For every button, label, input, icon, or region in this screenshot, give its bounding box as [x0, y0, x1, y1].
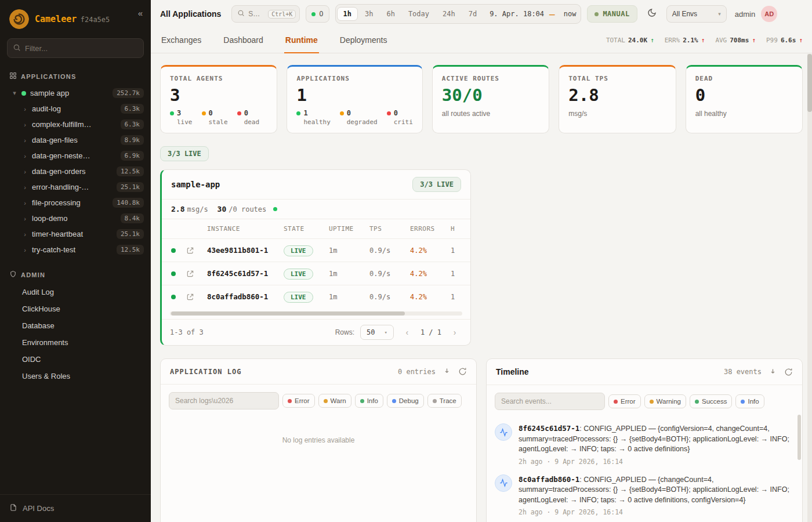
- tab-runtime[interactable]: Runtime: [284, 28, 319, 53]
- dark-mode-toggle[interactable]: [643, 5, 661, 23]
- sidebar-item-users-roles[interactable]: Users & Roles: [0, 368, 151, 385]
- refresh-icon[interactable]: [458, 367, 467, 376]
- col-extra: H: [451, 225, 471, 233]
- sidebar-item-try-catch-test[interactable]: › try-catch-test 12.5k: [0, 242, 151, 258]
- chevron-right-icon[interactable]: ›: [22, 200, 28, 206]
- app-tree-label: sample app: [30, 89, 69, 97]
- manual-refresh-toggle[interactable]: MANUAL: [587, 5, 637, 23]
- sidebar-item-data-gen-orders[interactable]: › data-gen-orders 12.5k: [0, 164, 151, 179]
- timeline-filter-error[interactable]: Error: [608, 394, 641, 408]
- timeline-scrollbar-thumb[interactable]: [798, 415, 801, 460]
- date-range-from[interactable]: 9. Apr. 18:04: [484, 10, 546, 18]
- list-item[interactable]: 8f6245c61d57-1: CONFIG_APPLIED — {config…: [495, 423, 792, 466]
- time-range-3h[interactable]: 3h: [358, 7, 379, 21]
- sidebar-item-complex-fulfillment[interactable]: › complex-fulfillm… 6.3k: [0, 117, 151, 132]
- app-tps-unit: msg/s: [187, 205, 208, 213]
- time-range-7d[interactable]: 7d: [462, 7, 483, 21]
- download-icon[interactable]: [768, 368, 777, 376]
- route-label: file-processing: [32, 198, 81, 207]
- chevron-right-icon[interactable]: ›: [22, 184, 28, 191]
- sidebar-collapse-icon[interactable]: «: [138, 8, 143, 18]
- instance-health-dot: [171, 295, 176, 299]
- table-row[interactable]: 43ee9811b801-1 LIVE 1m 0.9/s 4.2% 1: [162, 238, 470, 262]
- table-row[interactable]: 8c0affadb860-1 LIVE 1m 0.9/s 4.2% 1: [162, 285, 470, 308]
- chevron-right-icon[interactable]: ›: [22, 215, 28, 222]
- sidebar-item-audit-log-admin[interactable]: Audit Log: [0, 284, 151, 300]
- timeline-filter-success[interactable]: Success: [690, 394, 732, 408]
- prev-page-button[interactable]: ‹: [400, 325, 415, 340]
- table-horizontal-scrollbar[interactable]: [170, 311, 462, 316]
- timeline-filter-warning[interactable]: Warning: [644, 394, 686, 408]
- log-filter-warn[interactable]: Warn: [318, 394, 351, 408]
- date-range-to[interactable]: now: [558, 10, 579, 18]
- log-filter-info[interactable]: Info: [355, 394, 383, 408]
- route-count-badge: 8.4k: [121, 213, 144, 223]
- rows-per-page-select[interactable]: 50 ▾: [360, 325, 394, 340]
- tab-dashboard[interactable]: Dashboard: [222, 28, 264, 53]
- scrollbar-thumb[interactable]: [171, 311, 405, 316]
- time-range-6h[interactable]: 6h: [380, 7, 401, 21]
- stat-card-subtitle: msg/s: [568, 110, 666, 118]
- chevron-right-icon[interactable]: ›: [22, 246, 28, 253]
- sidebar-item-audit-log[interactable]: › audit-log 6.3k: [0, 101, 151, 117]
- col-instance: INSTANCE: [207, 225, 284, 233]
- environment-select[interactable]: All Envs ▾: [666, 5, 727, 23]
- metric-value: 24.0K: [628, 37, 647, 44]
- route-count-badge: 140.8k: [113, 198, 144, 208]
- global-search-input[interactable]: S… Ctrl+K: [231, 5, 300, 23]
- sidebar-item-clickhouse[interactable]: ClickHouse: [0, 300, 151, 317]
- external-link-icon[interactable]: [186, 270, 207, 278]
- next-page-button[interactable]: ›: [447, 325, 462, 340]
- sidebar-filter-input[interactable]: [7, 38, 144, 58]
- time-range-24h[interactable]: 24h: [436, 7, 462, 21]
- log-search-input[interactable]: [169, 392, 279, 409]
- connection-status-pill[interactable]: O: [306, 5, 329, 23]
- api-docs-link[interactable]: API Docs: [0, 494, 151, 522]
- timeline-filter-info[interactable]: Info: [735, 394, 764, 408]
- sidebar-item-data-gen-files[interactable]: › data-gen-files 8.9k: [0, 132, 151, 148]
- breakdown-degraded: 0degraded: [340, 109, 378, 126]
- activity-icon: [495, 474, 512, 492]
- chevron-right-icon[interactable]: ›: [22, 168, 28, 175]
- chip-label: Error: [621, 398, 636, 405]
- external-link-icon[interactable]: [186, 246, 207, 255]
- chevron-right-icon[interactable]: ›: [22, 231, 28, 238]
- log-filter-trace[interactable]: Trace: [427, 394, 462, 408]
- log-filter-debug[interactable]: Debug: [387, 394, 424, 408]
- timeline-search-input[interactable]: [495, 393, 605, 410]
- stat-card-total-agents: TOTAL AGENTS 3 3live 0stale 0dead: [160, 65, 277, 133]
- time-range-today[interactable]: Today: [402, 7, 436, 21]
- log-filter-error[interactable]: Error: [282, 394, 315, 408]
- environment-select-value: All Envs: [672, 10, 697, 18]
- sidebar-item-loop-demo[interactable]: › loop-demo 8.4k: [0, 211, 151, 226]
- page-scrollbar[interactable]: [807, 54, 812, 522]
- tab-exchanges[interactable]: Exchanges: [160, 28, 202, 53]
- sidebar-item-environments[interactable]: Environments: [0, 334, 151, 351]
- sidebar-item-timer-heartbeat[interactable]: › timer-heartbeat 25.1k: [0, 226, 151, 242]
- table-row[interactable]: 8f6245c61d57-1 LIVE 1m 0.9/s 4.2% 1: [162, 262, 470, 285]
- external-link-icon[interactable]: [186, 293, 207, 301]
- breakdown-dead: 0dead: [237, 109, 260, 126]
- tab-deployments[interactable]: Deployments: [339, 28, 389, 53]
- avatar[interactable]: AD: [761, 6, 777, 22]
- sidebar-item-database[interactable]: Database: [0, 317, 151, 334]
- row-range-label: 1-3 of 3: [170, 328, 204, 336]
- chevron-right-icon[interactable]: ›: [22, 106, 28, 113]
- download-icon[interactable]: [443, 367, 451, 376]
- sidebar-item-file-processing[interactable]: › file-processing 140.8k: [0, 195, 151, 211]
- chevron-right-icon[interactable]: ›: [22, 153, 28, 160]
- refresh-icon[interactable]: [784, 368, 793, 376]
- time-range-1h[interactable]: 1h: [337, 7, 358, 21]
- route-label: loop-demo: [32, 214, 67, 223]
- chevron-right-icon[interactable]: ›: [22, 137, 28, 144]
- scrollbar-thumb[interactable]: [807, 54, 812, 112]
- header-metrics: TOTAL 24.0K ↑ ERR% 2.1% ↑ AVG 708ms ↑ P9…: [606, 37, 803, 44]
- chevron-right-icon[interactable]: ›: [22, 121, 28, 128]
- list-item[interactable]: 8c0affadb860-1: CONFIG_APPLIED — {change…: [495, 474, 792, 517]
- chevron-down-icon[interactable]: ▾: [12, 89, 17, 97]
- sidebar-item-sample-app[interactable]: ▾ sample app 252.7k: [0, 85, 151, 101]
- event-timestamp: 2h ago · 9 Apr 2026, 16:14: [519, 508, 792, 516]
- sidebar-item-data-gen-nested[interactable]: › data-gen-neste… 6.9k: [0, 148, 151, 164]
- sidebar-item-error-handling[interactable]: › error-handling-… 25.1k: [0, 179, 151, 195]
- sidebar-item-oidc[interactable]: OIDC: [0, 351, 151, 368]
